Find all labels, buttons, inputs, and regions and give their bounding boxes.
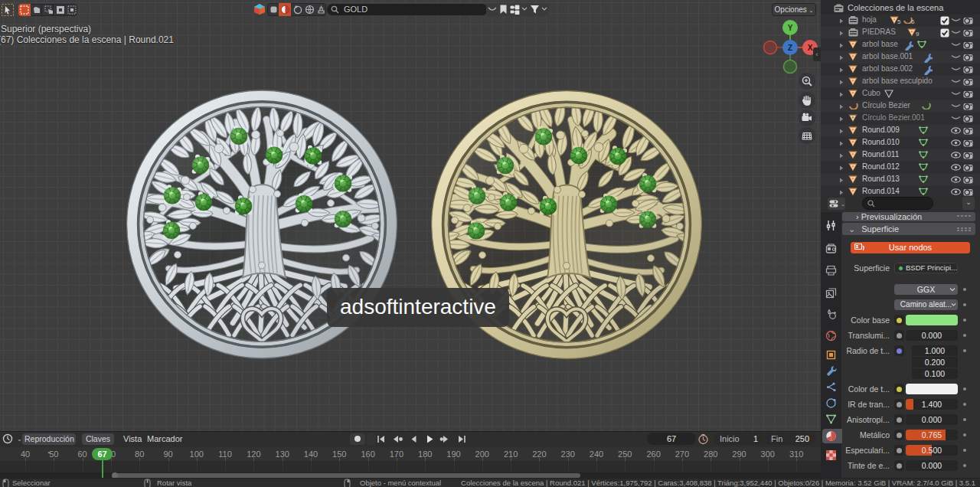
svg-text:Z: Z [788, 44, 792, 52]
svg-text:X: X [808, 44, 813, 52]
svg-text:Y: Y [788, 24, 793, 32]
